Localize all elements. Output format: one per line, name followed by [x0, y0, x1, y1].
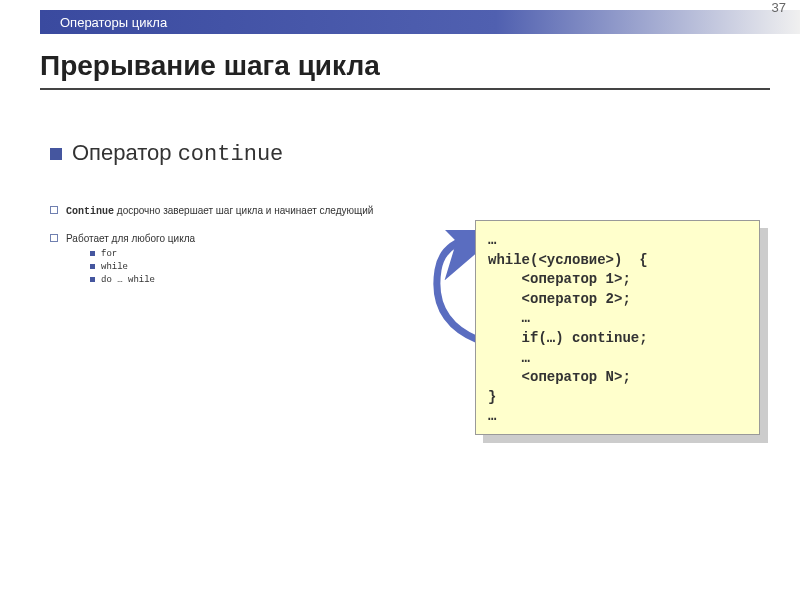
slide-title: Прерывание шага цикла: [40, 50, 770, 88]
loop-label: do … while: [101, 275, 155, 285]
main-bullet-code: continue: [178, 142, 284, 167]
sub-bullet-2-text: Работает для любого цикла: [66, 233, 195, 244]
bullet-square-icon: [50, 148, 62, 160]
sub-bullet-1-kw: Continue: [66, 206, 114, 217]
header-text: Операторы цикла: [40, 15, 167, 30]
bullet-tiny-icon: [90, 277, 95, 282]
title-block: Прерывание шага цикла: [40, 50, 770, 90]
sub-bullet-1-rest: досрочно завершает шаг цикла и начинает …: [114, 205, 373, 216]
title-rule: [40, 88, 770, 90]
bullet-tiny-icon: [90, 251, 95, 256]
bullet-hollow-icon: [50, 234, 58, 242]
code-example: … while(<условие>) { <оператор 1>; <опер…: [475, 220, 760, 435]
header-bar: Операторы цикла: [40, 10, 800, 34]
loop-label: while: [101, 262, 128, 272]
code-box: … while(<условие>) { <оператор 1>; <опер…: [475, 220, 760, 435]
bullet-tiny-icon: [90, 264, 95, 269]
bullet-hollow-icon: [50, 206, 58, 214]
page-number: 37: [772, 0, 786, 15]
sub-bullet-1: Continue досрочно завершает шаг цикла и …: [50, 203, 770, 217]
main-bullet-text: Оператор continue: [72, 140, 283, 167]
main-bullet-prefix: Оператор: [72, 140, 178, 165]
loop-label: for: [101, 249, 117, 259]
sub-bullet-1-text: Continue досрочно завершает шаг цикла и …: [66, 205, 373, 217]
main-bullet: Оператор continue: [50, 140, 770, 167]
